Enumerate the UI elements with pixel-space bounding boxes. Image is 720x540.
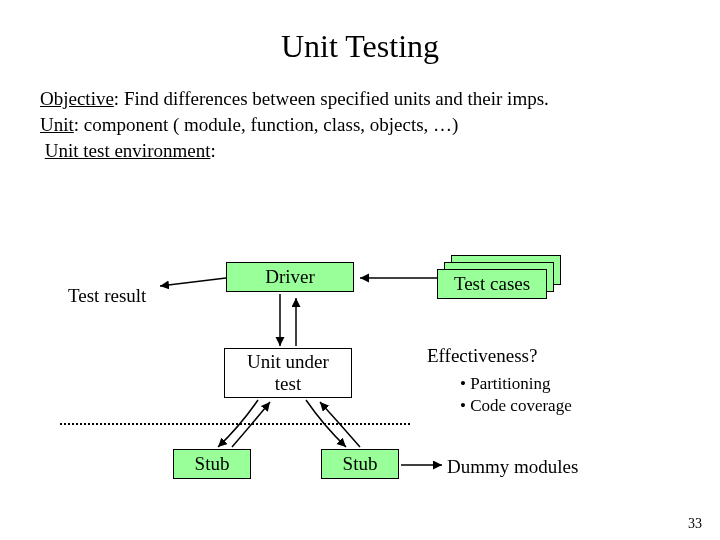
- diagram-stage: Test result Driver Test cases Unit under…: [0, 0, 720, 540]
- bullet-partitioning: • Partitioning: [460, 373, 550, 396]
- effectiveness-label: Effectiveness?: [427, 345, 537, 367]
- svg-line-1: [160, 278, 226, 286]
- stub-box-left: Stub: [173, 449, 251, 479]
- driver-box: Driver: [226, 262, 354, 292]
- dummy-modules-label: Dummy modules: [447, 456, 578, 478]
- stub-box-right: Stub: [321, 449, 399, 479]
- test-cases-box: Test cases: [437, 269, 547, 299]
- test-result-label: Test result: [68, 285, 146, 307]
- unit-under-test-box: Unit under test: [224, 348, 352, 398]
- bullet-code-coverage: • Code coverage: [460, 395, 572, 418]
- boundary-line: [60, 423, 410, 425]
- page-number: 33: [688, 516, 702, 532]
